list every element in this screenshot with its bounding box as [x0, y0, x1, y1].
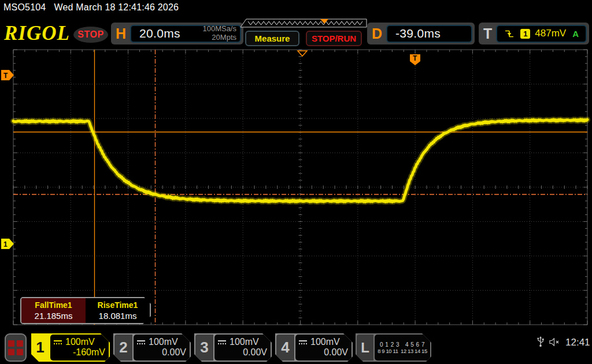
channel-4-button[interactable]: 4 100mV 0.00V [275, 333, 353, 362]
measurement-value: 18.081ms [99, 311, 137, 321]
channel-number: 4 [276, 335, 294, 361]
bottom-bar: 1 100mV -160mV 2 [0, 329, 592, 364]
logic-label: L [357, 335, 373, 361]
channel-offset: 0.00V [298, 348, 348, 358]
usb-icon [536, 336, 545, 347]
channel-number: 2 [114, 335, 132, 361]
oscilloscope-screen: MSO5104 Wed March 18 12:41:46 2026 RIGOL… [0, 0, 592, 364]
svg-text:1: 1 [3, 240, 8, 248]
logic-channel-list: 0 1 2 3 4 5 6 7 8 9 10 11 12 13 14 15 [375, 335, 430, 361]
dc-coupling-icon [217, 340, 227, 345]
channel-info: 100mV -160mV [50, 335, 109, 361]
channel-scale: 100mV [230, 337, 259, 347]
svg-text:T: T [3, 72, 8, 80]
dc-coupling-icon [136, 340, 146, 345]
measurement-panel: FallTime1 21.185ms RiseTime1 18.081ms [20, 297, 151, 324]
svg-text:T: T [413, 54, 417, 62]
channel-number: 3 [195, 335, 213, 361]
measurement-name: RiseTime1 [98, 300, 138, 310]
channel-offset: -160mV [53, 348, 105, 358]
channel-info: 100mV 0.00V [134, 335, 190, 361]
dc-coupling-icon [53, 340, 62, 345]
channel-scale: 100mV [149, 337, 178, 347]
channel-3-button[interactable]: 3 100mV 0.00V [194, 333, 272, 362]
channel-1-button[interactable]: 1 100mV -160mV [31, 333, 110, 362]
clock-text: 12:41 [565, 337, 590, 348]
channel-scale: 100mV [65, 337, 95, 347]
channel-2-button[interactable]: 2 100mV 0.00V [113, 333, 191, 362]
menu-grid-icon [8, 340, 23, 355]
channel-scale: 100mV [310, 337, 340, 347]
logic-channels-button[interactable]: L 0 1 2 3 4 5 6 7 8 9 10 11 12 13 14 15 [356, 333, 431, 362]
measurement-value: 21.185ms [35, 311, 73, 321]
measurement-risetime[interactable]: RiseTime1 18.081ms [86, 298, 150, 323]
channel-offset: 0.00V [136, 348, 186, 358]
menu-button[interactable] [5, 333, 27, 362]
sound-muted-icon [549, 338, 560, 346]
channel-info: 100mV 0.00V [214, 335, 271, 361]
measurement-name: FallTime1 [35, 300, 72, 310]
channel-offset: 0.00V [217, 348, 267, 358]
channel-number: 1 [31, 333, 49, 362]
channel-info: 100mV 0.00V [295, 335, 352, 361]
measurement-falltime[interactable]: FallTime1 21.185ms [21, 298, 86, 323]
dc-coupling-icon [298, 340, 308, 345]
